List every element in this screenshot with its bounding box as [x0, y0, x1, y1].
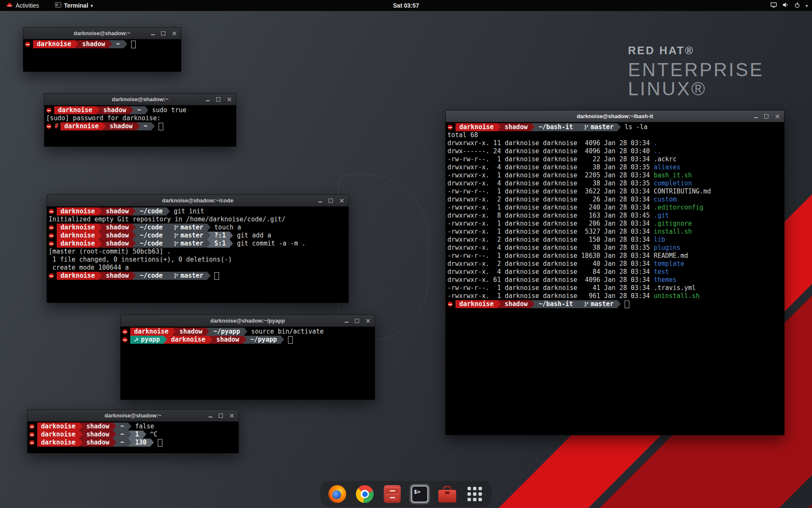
ls-meta: -rwxrwxr-x. 1 darknoise darknoise 240 Ja… [447, 204, 654, 212]
rhel-wordmark: RED HAT® ENTERPRISE LINUX® [628, 44, 764, 99]
titlebar[interactable]: darknoise@shadow:~ × [27, 410, 239, 422]
titlebar[interactable]: darknoise@shadow:~/code × [47, 195, 348, 207]
activities-button[interactable]: Activities [3, 0, 41, 11]
file-name: .git [654, 212, 669, 220]
terminal-line: Initialized empty Git repository in /hom… [49, 215, 347, 224]
redhat-prompt-icon [25, 41, 30, 47]
prompt-segment-path: ~ [133, 106, 145, 114]
ls-meta: drwx------. 24 darknoise darknoise 4096 … [447, 147, 654, 155]
powerline-arrow [167, 232, 170, 240]
powerline-arrow [132, 232, 136, 240]
minimize-button[interactable] [206, 97, 210, 101]
firefox-icon[interactable] [327, 484, 348, 504]
power-icon[interactable] [794, 2, 800, 9]
volume-icon[interactable] [782, 2, 789, 9]
minimize-button[interactable] [208, 414, 212, 417]
terminal-content[interactable]: darknoiseshadow~/bash-itmasterls -latota… [446, 122, 784, 435]
minimize-button[interactable] [151, 31, 155, 35]
prompt-segment-user: darknoise [37, 422, 79, 431]
terminal-window[interactable]: darknoise@shadow:~/code × darknoiseshado… [47, 194, 349, 303]
clock[interactable]: Sat 03:57 [393, 2, 419, 9]
terminal-line: [sudo] password for darknoise: [46, 114, 234, 122]
maximize-button[interactable] [161, 31, 165, 36]
terminal-line: -rw-rw-r--. 1 darknoise darknoise 18630 … [447, 252, 782, 260]
close-button[interactable]: × [339, 197, 345, 204]
ls-meta: drwxrwxr-x. 8 darknoise darknoise 163 Ja… [447, 212, 654, 220]
terminal-window[interactable]: darknoise@shadow:~ × darknoiseshadow~ [23, 27, 181, 72]
terminal-icon[interactable]: $> [410, 484, 430, 504]
window-title: darknoise@shadow:~ [112, 96, 168, 102]
root-marker: # [55, 122, 58, 130]
ls-meta: -rw-rw-r--. 1 darknoise darknoise 3622 J… [447, 188, 654, 196]
terminal-line: darknoiseshadow~/pyappsource bin/activat… [122, 328, 373, 336]
terminal-window[interactable]: darknoise@shadow:~ × darknoiseshadow~fal… [27, 409, 239, 453]
prompt-segment-host: shadow [501, 123, 531, 131]
prompt-segment-host: shadow [102, 207, 132, 215]
minimize-button[interactable] [754, 114, 758, 118]
app-grid-icon[interactable] [465, 484, 485, 504]
close-button[interactable]: × [365, 318, 371, 324]
close-button[interactable]: × [775, 113, 780, 120]
maximize-button[interactable] [219, 414, 223, 418]
dock: $> [321, 481, 492, 507]
file-name: template [654, 260, 684, 268]
powerline-arrow [99, 272, 102, 280]
redhat-prompt-icon [122, 329, 128, 334]
terminal-content[interactable]: darknoiseshadow~ [23, 39, 181, 72]
terminal-window[interactable]: darknoise@shadow:~/pyapp × darknoiseshad… [120, 315, 375, 400]
titlebar[interactable]: darknoise@shadow:~ × [23, 28, 181, 39]
terminal-content[interactable]: darknoiseshadow~sudo true[sudo] password… [44, 105, 236, 146]
powerline-arrow [230, 240, 233, 248]
terminal-window[interactable]: darknoise@shadow:~/bash-it × darknoisesh… [445, 110, 785, 435]
prompt-segment-user: darknoise [130, 328, 172, 336]
command-text: sudo true [152, 106, 187, 114]
titlebar[interactable]: darknoise@shadow:~/bash-it × [446, 110, 784, 122]
redhat-prompt-icon [29, 424, 35, 429]
prompt-segment-git: master [170, 232, 207, 240]
terminal-line: -rwxrwxr-x. 1 darknoise darknoise 206 Ja… [447, 220, 782, 228]
command-text: source bin/activate [251, 328, 324, 336]
prompt-segment-user: darknoise [455, 300, 497, 308]
close-button[interactable]: × [172, 30, 177, 37]
maximize-button[interactable] [355, 319, 359, 323]
terminal-line: -rw-rw-r--. 1 darknoise darknoise 3622 J… [447, 188, 782, 196]
terminal-line: 1 file changed, 0 insertions(+), 0 delet… [49, 256, 347, 264]
display-icon[interactable] [771, 2, 777, 9]
file-name: install.sh [654, 228, 692, 236]
maximize-button[interactable] [216, 97, 220, 102]
prompt-segment-host: shadow [78, 40, 109, 48]
prompt-segment-path: ~/pyapp [209, 328, 244, 336]
maximize-button[interactable] [329, 199, 333, 203]
python-icon [134, 337, 139, 342]
titlebar[interactable]: darknoise@shadow:~ × [44, 94, 236, 105]
prompt-segment-path: ~/bash-it [535, 300, 576, 308]
prompt-segment-path: ~ [116, 439, 128, 447]
terminal-line: -rwxrwxr-x. 1 darknoise darknoise 961 Ja… [447, 292, 782, 300]
powerline-arrow [207, 232, 211, 240]
ls-meta: -rwxrwxr-x. 1 darknoise darknoise 5327 J… [447, 228, 654, 236]
command-text: git init [174, 207, 204, 215]
powerline-arrow [99, 240, 102, 248]
chevron-down-icon[interactable]: ▾ [806, 3, 808, 8]
minimize-button[interactable] [318, 199, 322, 202]
terminal-content[interactable]: darknoiseshadow~/codegit initInitialized… [47, 207, 348, 303]
window-title: darknoise@shadow:~/code [162, 197, 233, 204]
toolbox-icon[interactable] [437, 484, 458, 504]
terminal-content[interactable]: darknoiseshadow~/pyappsource bin/activat… [121, 327, 375, 400]
app-menu-terminal[interactable]: Terminal ▾ [52, 0, 95, 11]
chrome-icon[interactable] [355, 484, 375, 504]
titlebar[interactable]: darknoise@shadow:~/pyapp × [121, 315, 375, 327]
terminal-line: [master (root-commit) 50bcb63] . [49, 248, 347, 256]
terminal-content[interactable]: darknoiseshadow~falsedarknoiseshadow~1^C… [27, 422, 239, 453]
close-button[interactable]: × [227, 96, 232, 103]
prompt-segment-host: shadow [102, 272, 132, 280]
close-button[interactable]: × [229, 412, 235, 419]
maximize-button[interactable] [764, 114, 768, 119]
terminal-line: -rw-rw-r--. 1 darknoise darknoise 22 Jan… [447, 155, 782, 163]
terminal-window[interactable]: darknoise@shadow:~ × darknoiseshadow~sud… [44, 93, 236, 147]
output-text: total 68 [447, 131, 478, 139]
prompt-segment-host: shadow [82, 431, 113, 439]
command-text: git commit -a -m . [237, 240, 306, 248]
minimize-button[interactable] [345, 319, 348, 323]
files-icon[interactable] [382, 484, 403, 504]
